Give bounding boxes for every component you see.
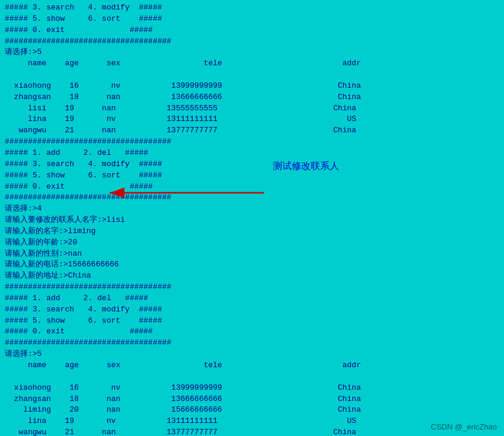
table-header-1: name age sex tele addr — [5, 58, 499, 69]
input-new-age: 请输入新的年龄:>20 — [5, 237, 499, 249]
annotation-text: 测试修改联系人 — [273, 160, 339, 173]
input-new-addr: 请输入新的地址:>China — [5, 270, 499, 282]
terminal-output: ##### 3. search 4. modify ##### ##### 5.… — [0, 0, 504, 436]
menu3-line3: ##### 5. show 6. sort ##### — [5, 316, 499, 327]
row-zhangsan-2: zhangsan 18 nan 13666666666 China — [5, 394, 499, 405]
row-zhangsan-1: zhangsan 18 nan 13666666666 China — [5, 92, 499, 103]
input-new-name: 请输入新的名字:>liming — [5, 226, 499, 237]
prompt-1: 请选择:>5 — [5, 47, 499, 58]
csdn-watermark: CSDN @_ericZhao — [431, 422, 497, 431]
separator-3: #################################### — [5, 282, 499, 293]
table-header-2: name age sex tele addr — [5, 360, 499, 371]
menu3-line1: ##### 1. add 2. del ##### — [5, 293, 499, 304]
separator-1: #################################### — [5, 136, 499, 148]
row-wangwu-2: wangwu 21 nan 13777777777 China — [5, 427, 499, 436]
annotation-arrow — [104, 184, 270, 202]
row-xiaohong-1: xiaohong 16 nv 13999999999 China — [5, 81, 499, 92]
menu2-line3: ##### 5. show 6. sort ##### — [5, 170, 499, 182]
blank-1 — [5, 69, 499, 81]
prompt-2: 请选择:>4 — [5, 203, 499, 215]
input-new-sex: 请输入新的性别:>nan — [5, 249, 499, 260]
row-lina-2: lina 19 nv 13111111111 US — [5, 416, 499, 427]
top-menu-line1: ##### 3. search 4. modify ##### — [5, 2, 499, 14]
separator-4: #################################### — [5, 338, 499, 349]
menu3-line4: ##### 0. exit ##### — [5, 326, 499, 338]
row-liming: liming 20 nan 15666666666 China — [5, 405, 499, 416]
row-xiaohong-2: xiaohong 16 nv 13999999999 China — [5, 383, 499, 394]
top-menu-line3: ##### 0. exit ##### — [5, 25, 499, 36]
menu2-line2: ##### 3. search 4. modify ##### — [5, 159, 499, 170]
menu2-line1: ##### 1. add 2. del ##### — [5, 148, 499, 159]
input-new-tele: 请输入新的电话:>15666666666 — [5, 259, 499, 270]
top-menu-line2: ##### 5. show 6. sort ##### — [5, 14, 499, 25]
row-wangwu-1: wangwu 21 nan 13777777777 China — [5, 125, 499, 136]
menu3-line2: ##### 3. search 4. modify ##### — [5, 304, 499, 316]
prompt-3: 请选择:>5 — [5, 349, 499, 360]
row-lina-1: lina 19 nv 13111111111 US — [5, 114, 499, 125]
row-lisi-1: lisi 19 nan 13555555555 China — [5, 103, 499, 114]
input-name: 请输入要修改的联系人名字:>lisi — [5, 215, 499, 226]
top-separator: #################################### — [5, 36, 499, 47]
blank-2 — [5, 371, 499, 383]
